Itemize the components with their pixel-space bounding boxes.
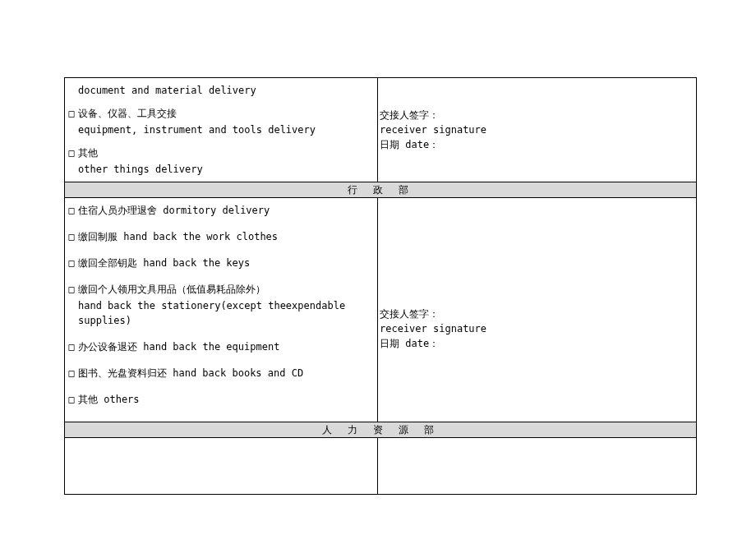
section-header-admin-label: 行 政 部 [348,182,413,197]
item-other-delivery-en: other things delivery [67,162,376,177]
checkbox-icon[interactable]: □ [67,392,76,407]
item-others: □其他 others [67,392,376,407]
item-books-cd: □图书、光盘资料归还 hand back books and CD [67,366,376,380]
page: document and material delivery □设备、仪器、工具… [0,0,756,535]
item-label: 图书、光盘资料归还 hand back books and CD [78,367,303,379]
section2-items-cell: □住宿人员办理退舍 dormitory delivery □缴回制服 hand … [65,198,378,422]
item-label: 其他 [78,147,98,159]
item-keys: □缴回全部钥匙 hand back the keys [67,256,376,270]
item-other-delivery: □其他 [67,145,376,160]
date-label: 日期 date： [380,336,694,351]
checkbox-icon[interactable]: □ [67,203,76,218]
receiver-signature-label-en: receiver signature [380,122,694,137]
checkbox-icon[interactable]: □ [67,256,76,270]
item-label: 缴回个人领用文具用品（低值易耗品除外） [78,284,265,295]
checkbox-icon[interactable]: □ [67,339,76,354]
checkbox-icon[interactable]: □ [67,366,76,380]
item-label: 缴回全部钥匙 hand back the keys [78,257,250,269]
section1-signature-cell: 交接人签字： receiver signature 日期 date： [378,78,697,182]
item-stationery: □缴回个人领用文具用品（低值易耗品除外） [67,282,376,297]
item-work-clothes: □缴回制服 hand back the work clothes [67,229,376,244]
item-label: 设备、仪器、工具交接 [78,108,177,119]
checkbox-icon[interactable]: □ [67,282,76,297]
checkbox-icon[interactable]: □ [67,229,76,244]
checkbox-icon[interactable]: □ [67,106,76,121]
section-header-hr-label: 人 力 资 源 部 [322,422,440,437]
section3-items-cell [65,438,378,495]
item-label: 其他 others [78,394,140,405]
item-label: 办公设备退还 hand back the equipment [78,341,279,353]
section-header-admin: 行 政 部 [65,182,697,198]
item-label: 住宿人员办理退舍 dormitory delivery [78,205,270,216]
section2-signature-cell: 交接人签字： receiver signature 日期 date： [378,198,697,422]
item-equipment-delivery-en: equipment, instrument and tools delivery [67,122,376,137]
item-label: 缴回制服 hand back the work clothes [78,231,278,242]
section-header-hr: 人 力 资 源 部 [65,422,697,438]
receiver-signature-label-cn: 交接人签字： [380,108,694,122]
section1-items-cell: document and material delivery □设备、仪器、工具… [65,78,378,182]
date-label: 日期 date： [380,137,694,152]
checkbox-icon[interactable]: □ [67,145,76,160]
item-dormitory: □住宿人员办理退舍 dormitory delivery [67,203,376,218]
item-equipment-delivery: □设备、仪器、工具交接 [67,106,376,121]
handover-form-table: document and material delivery □设备、仪器、工具… [64,77,697,495]
item-document-delivery: document and material delivery [67,83,376,98]
item-office-equipment: □办公设备退还 hand back the equipment [67,339,376,354]
section3-signature-cell [378,438,697,495]
item-stationery-en: hand back the stationery(except theexpen… [67,298,376,328]
receiver-signature-label-cn: 交接人签字： [380,307,694,321]
receiver-signature-label-en: receiver signature [380,321,694,336]
